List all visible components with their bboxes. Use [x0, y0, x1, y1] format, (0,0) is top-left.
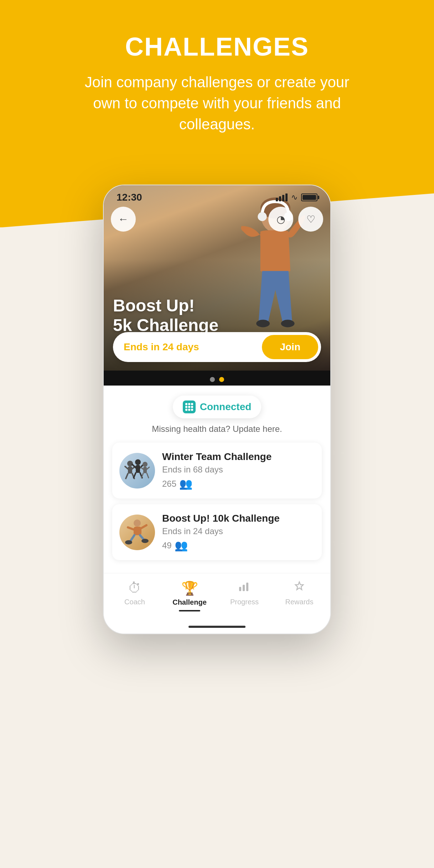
svg-point-2 — [258, 212, 267, 221]
nav-rewards[interactable]: Rewards — [281, 580, 317, 611]
home-indicator — [104, 622, 330, 634]
svg-point-30 — [125, 540, 132, 544]
rewards-label: Rewards — [285, 598, 314, 606]
svg-point-31 — [141, 539, 149, 543]
svg-line-27 — [141, 525, 146, 528]
svg-rect-19 — [143, 467, 147, 473]
pagination-dot-2[interactable] — [219, 377, 224, 382]
svg-rect-34 — [246, 583, 248, 591]
join-bar: Ends in 24 days Join — [113, 332, 321, 362]
challenge-count-2: 49 — [162, 541, 172, 551]
pagination-dot-1[interactable] — [210, 377, 215, 382]
svg-point-6 — [127, 461, 133, 466]
team-icon-1: 👥 — [179, 477, 192, 490]
challenge-info-2: Boost Up! 10k Challenge Ends in 24 days … — [162, 513, 315, 552]
winter-avatar — [119, 453, 155, 489]
phone-frame: 12:30 ∿ — [103, 185, 331, 634]
boost-avatar — [119, 515, 155, 550]
ends-text: Ends in 24 days — [124, 341, 199, 353]
svg-line-26 — [128, 527, 134, 529]
challenge-avatar-2 — [119, 515, 155, 550]
svg-rect-32 — [239, 587, 241, 591]
coach-label: Coach — [124, 598, 145, 606]
wifi-icon: ∿ — [291, 193, 298, 202]
challenge-card-1[interactable]: Winter Team Challenge Ends in 68 days 26… — [112, 443, 322, 498]
svg-point-5 — [281, 320, 295, 327]
challenge-info-1: Winter Team Challenge Ends in 68 days 26… — [162, 451, 315, 490]
svg-point-12 — [135, 459, 141, 465]
svg-rect-7 — [128, 466, 132, 474]
challenge-ends-2: Ends in 24 days — [162, 526, 315, 536]
connected-grid-icon — [185, 403, 193, 411]
pagination-dots — [104, 371, 330, 386]
favorite-button[interactable]: ♡ — [298, 207, 323, 232]
nav-active-indicator — [179, 610, 200, 611]
phone-mockup: 12:30 ∿ — [103, 185, 331, 634]
svg-line-20 — [141, 467, 143, 469]
challenge-count-1: 265 — [162, 479, 176, 489]
connected-badge[interactable]: Connected — [173, 396, 262, 418]
bottom-nav: ⏱ Coach 🏆 Challenge Progress — [104, 573, 330, 622]
svg-line-16 — [134, 473, 136, 478]
svg-rect-25 — [134, 527, 141, 535]
progress-label: Progress — [230, 598, 259, 606]
missing-data-text[interactable]: Missing health data? Update here. — [112, 424, 322, 434]
challenge-icon: 🏆 — [181, 580, 198, 596]
challenge-hero-title-line1: Boost Up! — [113, 296, 218, 315]
svg-line-23 — [147, 473, 149, 478]
challenge-name-1: Winter Team Challenge — [162, 451, 315, 463]
challenge-count-area-2: 49 👥 — [162, 539, 315, 552]
challenge-name-2: Boost Up! 10k Challenge — [162, 513, 315, 524]
page-title: CHALLENGES — [125, 32, 309, 61]
rewards-icon — [293, 580, 305, 596]
svg-line-8 — [125, 466, 128, 469]
nav-coach[interactable]: ⏱ Coach — [117, 580, 153, 611]
svg-line-10 — [126, 474, 128, 479]
progress-icon — [238, 580, 250, 596]
join-button[interactable]: Join — [262, 335, 318, 359]
challenge-hero-section: 12:30 ∿ — [104, 185, 330, 371]
status-bar: 12:30 ∿ — [104, 185, 330, 203]
nav-progress[interactable]: Progress — [227, 580, 262, 611]
page-subtitle: Join company challenges or create your o… — [74, 72, 360, 135]
svg-rect-33 — [243, 585, 245, 591]
bottom-section — [0, 634, 434, 868]
team-icon-2: 👥 — [175, 539, 188, 552]
challenge-card-2[interactable]: Boost Up! 10k Challenge Ends in 24 days … — [112, 504, 322, 560]
challenge-title-area: Boost Up! 5k Challenge — [113, 296, 218, 335]
status-time: 12:30 — [117, 192, 142, 203]
svg-point-4 — [256, 320, 270, 327]
history-button[interactable]: ◔ — [268, 207, 293, 232]
coach-icon: ⏱ — [128, 580, 141, 596]
challenge-avatar-1 — [119, 453, 155, 489]
home-indicator-bar — [188, 626, 246, 628]
signal-icon — [276, 193, 288, 201]
challenge-ends-1: Ends in 68 days — [162, 465, 315, 475]
status-icons: ∿ — [276, 193, 317, 202]
content-section: Connected Missing health data? Update he… — [104, 386, 330, 573]
connected-icon — [183, 401, 196, 413]
nav-challenge[interactable]: 🏆 Challenge — [172, 580, 207, 611]
svg-line-21 — [147, 467, 149, 469]
challenge-count-area-1: 265 👥 — [162, 477, 315, 490]
hero-actions: ◔ ♡ — [268, 207, 323, 232]
challenge-label: Challenge — [172, 598, 207, 606]
svg-rect-13 — [136, 465, 140, 473]
back-arrow-icon: ← — [118, 213, 129, 225]
battery-icon — [301, 193, 317, 201]
svg-point-24 — [134, 520, 141, 527]
connected-text: Connected — [200, 401, 252, 413]
svg-point-18 — [143, 462, 148, 467]
back-button[interactable]: ← — [111, 207, 136, 232]
